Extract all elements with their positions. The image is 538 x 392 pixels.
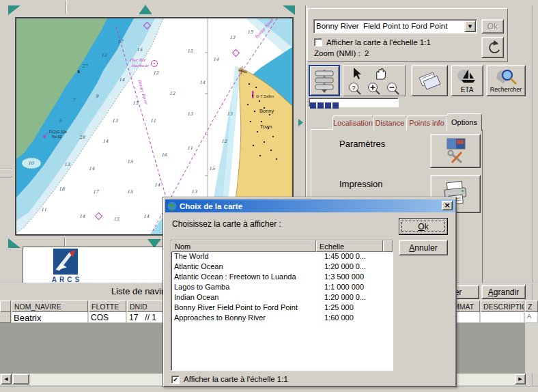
tab-points-info-label: Points info — [409, 119, 444, 127]
svg-text:11: 11 — [187, 145, 193, 151]
svg-text:18: 18 — [59, 186, 65, 192]
parametres-label: Paramètres — [339, 139, 385, 149]
row-selector-cell[interactable] — [0, 312, 11, 323]
chart-scale: 1:3 500 000 — [322, 272, 389, 283]
enlarge-button[interactable]: Agrandir — [481, 285, 526, 299]
svg-text:17: 17 — [93, 189, 99, 195]
zoom-in-icon[interactable] — [367, 82, 383, 96]
chart-load-progressbar — [309, 98, 399, 107]
dialog-ok-button[interactable]: Ok — [399, 218, 448, 235]
parametres-button[interactable] — [430, 134, 481, 168]
svg-text:15: 15 — [132, 100, 139, 106]
svg-text:14: 14 — [154, 182, 160, 188]
settings-tools-icon — [440, 137, 471, 165]
eta-button[interactable]: ETA — [451, 65, 483, 96]
svg-text:13: 13 — [64, 162, 70, 167]
scrollbar-thumb[interactable] — [12, 374, 29, 384]
search-magnifier-icon — [492, 68, 520, 86]
dialog-titlebar[interactable]: Choix de la carte × — [165, 199, 455, 212]
undo-view-button[interactable] — [481, 37, 504, 58]
listbox-header-name[interactable]: Nom — [171, 240, 316, 252]
search-button[interactable]: Rechercher — [486, 65, 526, 96]
svg-text:28: 28 — [79, 135, 85, 140]
list-item[interactable]: Lagos to Gamba1:1 000 000 — [171, 283, 393, 293]
chart-corner-marker-tl — [7, 4, 22, 16]
svg-text:27: 27 — [82, 64, 88, 69]
chart-scale: 1:20 000 0... — [322, 293, 389, 303]
select-cursor-icon[interactable] — [353, 68, 363, 80]
svg-text:16: 16 — [161, 152, 167, 158]
ship-partial-cell[interactable]: A — [525, 312, 538, 323]
left-edge-groove-2 — [0, 177, 12, 178]
dialog-close-button[interactable]: × — [442, 201, 453, 210]
pan-hand-icon[interactable] — [373, 67, 387, 80]
scroll-left-icon: ◀ — [4, 376, 8, 382]
column-header-name[interactable]: NOM_NAVIRE — [12, 300, 88, 312]
column-header-dnid[interactable]: DNID — [127, 300, 165, 312]
list-item[interactable]: Atlantic Ocean : Freetown to Luanda1:3 5… — [171, 272, 393, 283]
ship-fleet-cell[interactable]: COS — [89, 312, 126, 323]
svg-text:12: 12 — [169, 91, 175, 96]
tab-distance[interactable]: Distance — [373, 115, 407, 130]
shoal-depth-label: 10 — [28, 160, 34, 166]
ship-name-cell[interactable]: Beatrix — [12, 312, 88, 323]
chart-combo-value: Bonny River Field Point to Ford Point — [316, 22, 447, 30]
zoom-out-icon[interactable] — [386, 82, 402, 96]
list-item[interactable]: Bonny River Field Point to Ford Point1:2… — [171, 303, 393, 313]
list-item[interactable]: Atlantic Ocean1:20 000 0... — [171, 262, 393, 272]
light-characteristic-label: G 7.5s9m — [256, 94, 274, 98]
svg-text:14: 14 — [79, 214, 85, 219]
svg-text:13: 13 — [229, 35, 236, 40]
arcs-logo — [52, 249, 79, 275]
column-header-fleet[interactable]: FLOTTE — [89, 300, 126, 312]
listbox-header-scale[interactable]: Echelle — [316, 240, 383, 252]
tab-options[interactable]: Options — [447, 113, 482, 131]
scroll-right-button[interactable]: ▶ — [515, 374, 526, 384]
buoy-label-1: Fl(2)G.10s — [49, 130, 67, 134]
scroll-left-button[interactable]: ◀ — [1, 374, 12, 384]
town-label-1: Bonny — [259, 108, 274, 114]
chart-combo[interactable]: Bonny River Field Point to Ford Point ▼ — [313, 19, 477, 33]
column-header-partial[interactable]: Z — [525, 300, 538, 312]
dialog-ok-label: Ok — [418, 222, 428, 232]
column-header-description[interactable]: DESCRIPTION — [481, 300, 524, 312]
chart-scale: 1:25 000 — [322, 303, 389, 313]
sailboat-icon — [455, 68, 479, 86]
zoom-query-icon[interactable]: ? — [348, 82, 364, 96]
scroll-right-icon: ▶ — [518, 376, 522, 382]
svg-text:15: 15 — [137, 47, 143, 53]
chevron-down-icon: ▼ — [468, 24, 472, 29]
chart-scale: 1:20 000 0... — [322, 262, 389, 272]
list-item[interactable]: Indian Ocean1:20 000 0... — [171, 293, 393, 303]
application-window: 10 — [0, 0, 538, 392]
chart-combo-dropdown-button[interactable]: ▼ — [464, 20, 476, 32]
ok-button-disabled[interactable]: Ok — [481, 19, 504, 33]
chart-windows-button[interactable] — [411, 65, 448, 96]
checkmark-icon: ✔ — [173, 377, 178, 383]
list-item[interactable]: Approaches to Bonny River1:60 000 — [171, 313, 393, 324]
scale-checkbox[interactable] — [314, 38, 322, 46]
column-header-selector[interactable] — [0, 300, 11, 312]
tab-points-info[interactable]: Points info — [406, 115, 447, 130]
ok-button-label: Ok — [487, 22, 498, 31]
town-label-2: Town — [260, 124, 272, 130]
layers-tool-button-selected[interactable] — [309, 65, 340, 96]
svg-text:12: 12 — [153, 70, 159, 76]
tab-localisation[interactable]: Localisation — [332, 115, 373, 130]
chart-corner-marker-bl — [7, 237, 22, 249]
ship-description-cell[interactable] — [481, 312, 524, 323]
dialog-scale-checkbox-checked[interactable]: ✔ — [171, 376, 180, 384]
eta-button-label: ETA — [461, 86, 474, 94]
svg-text:14: 14 — [119, 77, 125, 83]
chart-scale: 1:60 000 — [322, 313, 389, 324]
svg-text:?: ? — [352, 85, 356, 92]
layers-icon — [313, 68, 336, 93]
ship-dnid-cell[interactable]: 17 // 1 — [127, 312, 165, 323]
chart-listbox[interactable]: Nom Echelle The World1:45 000 0... Atlan… — [171, 240, 393, 371]
chart-name: Indian Ocean — [171, 293, 322, 303]
svg-text:15: 15 — [127, 189, 133, 195]
chart-name: The World — [171, 252, 322, 262]
frame-divider-bottom — [64, 238, 66, 247]
dialog-cancel-button[interactable]: Annuler — [399, 240, 448, 255]
list-item[interactable]: The World1:45 000 0... — [171, 252, 393, 262]
